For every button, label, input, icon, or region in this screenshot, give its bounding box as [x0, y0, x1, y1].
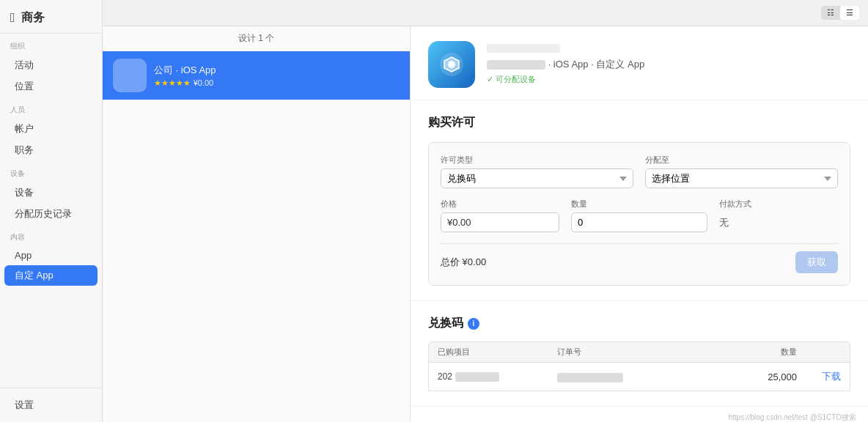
purchase-form: 许可类型 兑换码 分配至 选择位置 [428, 142, 850, 286]
app-badge: ✓ 可分配设备 [487, 74, 644, 85]
quantity-input[interactable] [571, 212, 707, 232]
main-area: ☷ ☰ 设计 1 个 公司 · iOS App ★★★★★ ¥0.00 [103, 0, 868, 422]
sidebar-item-settings[interactable]: 设置 [4, 395, 98, 415]
purchase-id-prefix: 202 [438, 371, 452, 382]
redeem-title-text: 兑换码 [428, 316, 463, 331]
th-purchased: 已购项目 [438, 347, 557, 358]
row-action: 下载 [797, 370, 841, 383]
price-label: 价格 [441, 199, 559, 210]
form-row-2: 价格 ¥0.00 数量 付款方式 无 [441, 199, 838, 233]
redeem-section: 兑换码 i 已购项目 订单号 数量 202 [411, 301, 868, 407]
sidebar-item-custom-app[interactable]: 自定 App [4, 265, 98, 286]
apple-icon:  [10, 10, 15, 26]
app-name-blurred [487, 44, 644, 55]
purchase-id-blurred [455, 372, 499, 382]
license-type-group: 许可类型 兑换码 [441, 155, 633, 188]
payment-label: 付款方式 [719, 199, 838, 210]
content-area: 设计 1 个 公司 · iOS App ★★★★★ ¥0.00 [103, 26, 868, 422]
svg-point-1 [448, 61, 455, 68]
company-blurred [487, 60, 545, 70]
sidebar-item-account[interactable]: 帐户 [4, 119, 98, 139]
sidebar-section-devices: 设备 设备 分配历史记录 [0, 161, 102, 225]
table-row: 202 25,000 下载 [428, 363, 850, 391]
app-list-panel: 设计 1 个 公司 · iOS App ★★★★★ ¥0.00 [103, 26, 411, 422]
row-quantity: 25,000 [737, 371, 797, 382]
app-price: ¥0.00 [194, 78, 214, 87]
row-purchase-id: 202 [438, 371, 557, 382]
order-id-blurred [557, 373, 623, 382]
breadcrumb-text: · iOS App · 自定义 App [548, 59, 645, 70]
obtain-button[interactable]: 获取 [795, 251, 838, 273]
purchase-section: 购买许可 许可类型 兑换码 分配至 选择位置 [411, 100, 868, 301]
logo-area:  商务 [0, 0, 102, 34]
sidebar-bottom: 设置 [0, 388, 102, 422]
distribution-select[interactable]: 选择位置 [645, 169, 838, 188]
sidebar-item-devices[interactable]: 设备 [4, 182, 98, 203]
distribution-label: 分配至 [645, 155, 838, 166]
row-order-id [557, 371, 737, 382]
app-title: 商务 [21, 10, 45, 26]
app-list-item-icon [113, 59, 147, 92]
info-icon[interactable]: i [468, 318, 479, 330]
section-label-content: 内容 [0, 225, 102, 245]
sidebar-item-location[interactable]: 位置 [4, 76, 98, 97]
distribution-group: 分配至 选择位置 [645, 155, 838, 188]
payment-value: 无 [719, 212, 838, 233]
th-order: 订单号 [557, 347, 737, 358]
detail-panel: · iOS App · 自定义 App ✓ 可分配设备 购买许可 许可类型 兑换… [411, 26, 868, 422]
sidebar-item-roles[interactable]: 职务 [4, 140, 98, 160]
toggle-grid[interactable]: ☷ [821, 6, 840, 20]
sidebar-section-org: 组织 活动 位置 [0, 34, 102, 97]
th-quantity: 数量 [737, 347, 797, 358]
app-list-item-info: 公司 · iOS App ★★★★★ ¥0.00 [154, 64, 400, 88]
redeem-title-row: 兑换码 i [428, 316, 850, 331]
form-row-1: 许可类型 兑换码 分配至 选择位置 [441, 155, 838, 188]
app-list-item-rating: ★★★★★ ¥0.00 [154, 77, 400, 88]
app-list-header: 设计 1 个 [103, 26, 410, 51]
payment-group: 付款方式 无 [719, 199, 838, 233]
sidebar-section-people: 人员 帐户 职务 [0, 97, 102, 161]
sidebar-item-dist-history[interactable]: 分配历史记录 [4, 204, 98, 224]
topbar: ☷ ☰ [103, 0, 868, 26]
license-type-select[interactable]: 兑换码 [441, 169, 633, 188]
sidebar:  商务 组织 活动 位置 人员 帐户 职务 设备 设备 分配历史记录 内容 A… [0, 0, 103, 422]
app-list-item[interactable]: 公司 · iOS App ★★★★★ ¥0.00 [103, 51, 410, 100]
app-stars: ★★★★★ [154, 78, 191, 87]
purchase-title: 购买许可 [428, 115, 850, 130]
quantity-group: 数量 [571, 199, 707, 233]
license-type-label: 许可类型 [441, 155, 633, 166]
app-list-item-name: 公司 · iOS App [154, 64, 400, 77]
total-label: 总价 ¥0.00 [441, 256, 486, 269]
quantity-label: 数量 [571, 199, 707, 210]
sidebar-item-app[interactable]: App [4, 246, 98, 264]
app-detail-icon [428, 41, 475, 88]
app-breadcrumb: · iOS App · 自定义 App [487, 58, 644, 71]
section-label-devices: 设备 [0, 161, 102, 182]
table-header: 已购项目 订单号 数量 [428, 341, 850, 363]
total-row: 总价 ¥0.00 获取 [441, 243, 838, 273]
view-toggle: ☷ ☰ [821, 6, 859, 20]
app-detail-header: · iOS App · 自定义 App ✓ 可分配设备 [411, 26, 868, 100]
sidebar-item-activity[interactable]: 活动 [4, 55, 98, 75]
price-group: 价格 ¥0.00 [441, 199, 559, 233]
app-detail-info: · iOS App · 自定义 App ✓ 可分配设备 [487, 44, 644, 85]
redeem-table: 已购项目 订单号 数量 202 25,000 [428, 341, 850, 391]
download-button[interactable]: 下载 [822, 370, 841, 383]
sidebar-section-content: 内容 App 自定 App [0, 225, 102, 286]
blurred-name [487, 44, 560, 53]
section-label-org: 组织 [0, 34, 102, 54]
price-value: ¥0.00 [441, 212, 559, 232]
th-action [797, 347, 841, 358]
footer-credit: https://blog.csdn.net/test @S1CTO搜索 [411, 407, 868, 422]
section-label-people: 人员 [0, 97, 102, 118]
toggle-list[interactable]: ☰ [840, 6, 859, 20]
